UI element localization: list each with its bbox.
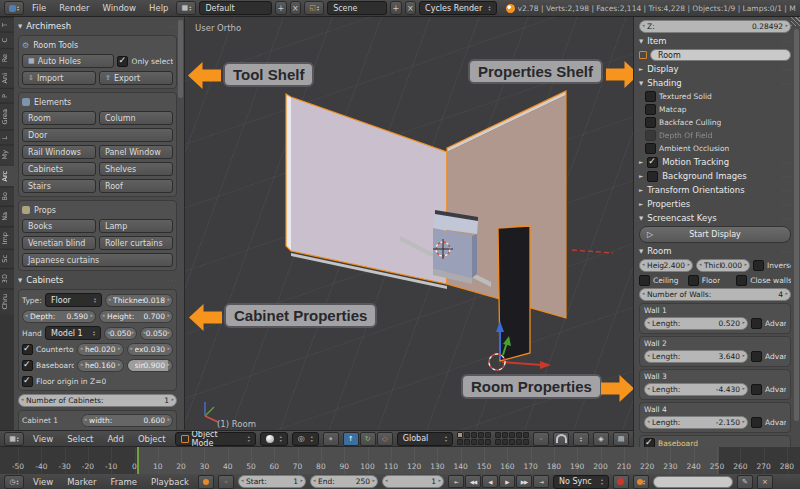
ceiling-checkbox[interactable]: Ceiling	[639, 275, 685, 286]
timeline-ruler[interactable]: -50-40-30-20-100102030405060708090100110…	[0, 447, 800, 475]
menu-playback[interactable]: Playback	[146, 477, 194, 487]
toolshelf-scrollbar[interactable]	[178, 20, 183, 98]
rotate-manipulator-button[interactable]: ↻	[360, 432, 376, 446]
sync-mode-dropdown[interactable]: No Sync	[553, 475, 609, 489]
only-selected-checkbox[interactable]: Only selected	[117, 56, 173, 67]
lock-button[interactable]: ◦	[218, 475, 234, 489]
menu-file[interactable]: File	[27, 3, 51, 13]
cabinet-type-dropdown[interactable]: Floor	[45, 293, 102, 307]
wall-1-advance-checkbox[interactable]: Advance	[751, 318, 786, 329]
add-shelves-button[interactable]: Shelves	[99, 162, 173, 176]
wall-4-length-field[interactable]: Length: -2.150	[644, 416, 748, 429]
manipulator-x-head[interactable]	[540, 361, 551, 369]
editor-corner-widget[interactable]	[791, 17, 800, 26]
render-engine-dropdown[interactable]: Cycles Render	[419, 1, 496, 15]
layer-toggle[interactable]	[502, 439, 508, 445]
toolshelf-tab[interactable]: L	[0, 130, 14, 145]
room-thickness-field[interactable]: Thickn: 0.000	[696, 259, 750, 272]
toolshelf-tab[interactable]: C	[0, 32, 14, 48]
delete-scene-button[interactable]: ×	[405, 1, 417, 15]
menu-select[interactable]: Select	[62, 434, 98, 444]
panel-archimesh-header[interactable]: Archimesh	[18, 20, 177, 32]
inverse-checkbox[interactable]: Inverse	[753, 260, 791, 271]
toolshelf-tab[interactable]: Ani	[0, 67, 14, 88]
menu-render[interactable]: Render	[54, 3, 94, 13]
object-name-field[interactable]	[650, 49, 791, 61]
layer-toggle[interactable]	[495, 439, 501, 445]
panel-shading-header[interactable]: Shading	[639, 77, 791, 89]
lock-to-scene-button[interactable]: ◦	[533, 432, 549, 446]
location-z-field[interactable]: Z: 0.28492	[639, 20, 791, 33]
3d-viewport[interactable]: User Ortho (1) Room Tool Shelf Propertie…	[185, 17, 633, 430]
panel-display-header[interactable]: Display	[639, 63, 791, 75]
toolshelf-tab[interactable]: Na	[0, 206, 14, 226]
wall-1-length-field[interactable]: Length: 0.520	[644, 317, 748, 330]
manipulator-x-arrow[interactable]	[502, 362, 542, 365]
add-layout-button[interactable]: +	[275, 1, 287, 15]
add-door-button[interactable]: Door	[22, 128, 173, 142]
height-field[interactable]: Height: 0.700	[99, 310, 173, 323]
screen-layout-browse-button[interactable]: ▦ ▴ ▾	[176, 1, 196, 15]
thickness-field[interactable]: Thickness: 0.018	[105, 294, 173, 307]
delete-keyframe-button[interactable]: ×	[757, 475, 773, 489]
add-scene-button[interactable]: +	[390, 1, 402, 15]
layer-toggle[interactable]	[523, 439, 529, 445]
viewport-shading-dropdown[interactable]	[260, 432, 288, 446]
layer-toggle[interactable]	[464, 439, 470, 445]
add-japanese-curtains-button[interactable]: Japanese curtains	[22, 253, 173, 267]
sink-slider[interactable]: sink: 0.900	[127, 359, 174, 372]
hand-value-1-field[interactable]: 0.050	[104, 327, 137, 340]
import-button[interactable]: ⇩ Import	[22, 71, 96, 85]
snap-toggle-button[interactable]	[553, 432, 569, 446]
previous-keyframe-button[interactable]: ◀◀	[465, 475, 481, 488]
add-venetian-blind-button[interactable]: Venetian blind	[22, 236, 96, 250]
baseboard-checkbox[interactable]: Baseboard	[22, 360, 74, 371]
menu-view[interactable]: View	[28, 434, 58, 444]
menu-help[interactable]: Help	[144, 3, 173, 13]
panel-motion-tracking-header[interactable]: Motion Tracking	[639, 156, 791, 168]
add-lamp-button[interactable]: Lamp	[99, 219, 173, 233]
add-books-button[interactable]: Books	[22, 219, 96, 233]
menu-view[interactable]: View	[28, 477, 58, 487]
layer-toggle[interactable]	[485, 439, 491, 445]
countertop-height-field[interactable]: height: 0.020	[77, 343, 124, 356]
toolshelf-tab[interactable]: My	[0, 144, 14, 164]
floor-origin-checkbox[interactable]: Floor origin in Z=0	[22, 376, 106, 387]
insert-keyframe-button[interactable]: ✎	[737, 475, 753, 489]
add-column-button[interactable]: Column	[99, 111, 173, 125]
menu-add[interactable]: Add	[102, 434, 128, 444]
add-roof-button[interactable]: Roof	[99, 179, 173, 193]
toolshelf-tab[interactable]: T	[0, 17, 14, 32]
add-cabinets-button[interactable]: Cabinets	[22, 162, 96, 176]
motion-tracking-checkbox[interactable]	[647, 157, 658, 168]
wall-2-advance-checkbox[interactable]: Advance	[751, 351, 786, 362]
menu-marker[interactable]: Marker	[62, 477, 101, 487]
baseboard-height-field[interactable]: height: 0.160	[77, 359, 124, 372]
toolshelf-tab[interactable]: Sc	[0, 249, 14, 268]
menu-object[interactable]: Object	[133, 434, 171, 444]
number-of-walls-field[interactable]: Number of Walls: 4	[639, 288, 791, 301]
manipulator-toggle-button[interactable]: ⌖	[323, 432, 339, 446]
record-button[interactable]	[613, 475, 629, 489]
editor-type-button[interactable]: ▦ ▴ ▾	[4, 432, 24, 446]
translate-manipulator-button[interactable]: ↑	[343, 432, 359, 446]
transform-orientation-dropdown[interactable]: Global	[397, 432, 453, 446]
autokey-record-button[interactable]	[198, 475, 214, 489]
floor-checkbox[interactable]: Floor	[688, 275, 734, 286]
pivot-point-dropdown[interactable]: ◎	[292, 432, 319, 446]
toolshelf-tab[interactable]: 3D	[0, 268, 14, 288]
wall-2-length-field[interactable]: Length: 3.640	[644, 350, 748, 363]
panel-item-header[interactable]: Item	[639, 35, 791, 47]
editor-type-info-button[interactable]: ▴ ▾	[4, 1, 24, 15]
next-keyframe-button[interactable]: ▶▶	[516, 475, 532, 488]
toolshelf-tab[interactable]: Chru	[0, 288, 14, 314]
toolshelf-tab[interactable]: Bo	[0, 186, 14, 205]
scene-name-field[interactable]: Scene	[327, 1, 387, 15]
layer-toggle[interactable]	[516, 432, 522, 438]
layer-toggle[interactable]	[509, 439, 515, 445]
menu-frame[interactable]: Frame	[106, 477, 142, 487]
layer-toggle[interactable]	[485, 432, 491, 438]
panel-room-header[interactable]: Room	[639, 245, 791, 257]
number-of-cabinets-field[interactable]: Number of Cabinets: 1	[18, 394, 177, 407]
panel-cabinets-header[interactable]: Cabinets	[18, 274, 177, 286]
